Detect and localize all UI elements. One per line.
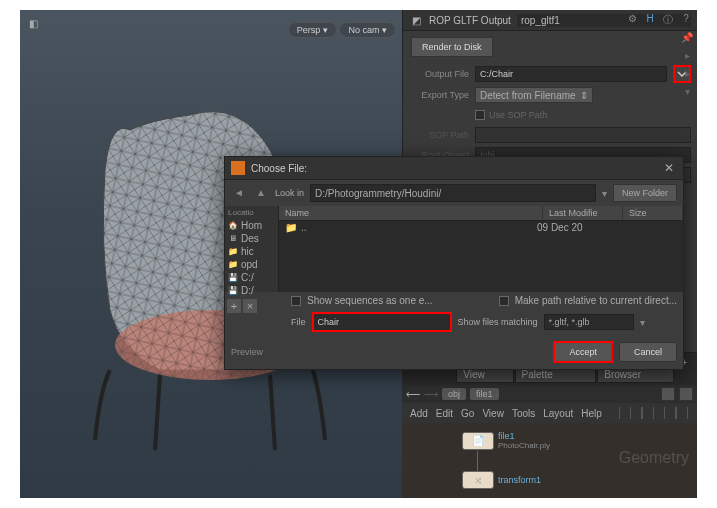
- camera-dropdown[interactable]: No cam ▾: [339, 22, 396, 38]
- drive-icon: 💾: [228, 273, 238, 283]
- network-panel: /obj/file1 Tree View Material Palette As…: [402, 352, 697, 498]
- locations-sidebar: Locatio 🏠Hom 🖥Des 📁hic 📁opd 💾C:/ 💾D:/ +×: [225, 206, 279, 292]
- close-icon[interactable]: ✕: [661, 161, 677, 175]
- use-sop-label: Use SOP Path: [489, 110, 547, 120]
- geometry-watermark: Geometry: [619, 449, 689, 467]
- node-file1-extra: PhotoChair.ply: [498, 441, 550, 450]
- toolbar-icon6[interactable]: [674, 406, 677, 420]
- network-icon1[interactable]: [661, 387, 675, 401]
- node-transform1[interactable]: ⤨ transform1: [462, 471, 541, 489]
- path-file1[interactable]: file1: [470, 388, 499, 400]
- menu-view[interactable]: View: [482, 408, 504, 419]
- desktop-icon: 🖥: [228, 234, 238, 244]
- look-in-label: Look in: [275, 188, 304, 198]
- add-location-button[interactable]: +: [227, 299, 241, 313]
- houdini-icon[interactable]: H: [643, 13, 657, 27]
- cancel-button[interactable]: Cancel: [619, 342, 677, 362]
- filter-label: Show files matching: [458, 317, 538, 327]
- preview-toggle[interactable]: Preview: [231, 347, 263, 357]
- path-obj[interactable]: obj: [442, 388, 466, 400]
- menu-add[interactable]: Add: [410, 408, 428, 419]
- col-name[interactable]: Name: [279, 206, 543, 220]
- render-to-disk-button[interactable]: Render to Disk: [411, 37, 493, 57]
- accept-button[interactable]: Accept: [553, 341, 613, 363]
- menu-go[interactable]: Go: [461, 408, 474, 419]
- toolbar-icon1[interactable]: [618, 406, 621, 420]
- new-folder-button[interactable]: New Folder: [613, 184, 677, 202]
- expand2-icon[interactable]: ▸: [681, 68, 693, 80]
- toolbar-icon2[interactable]: [629, 406, 632, 420]
- dialog-title: Choose File:: [251, 163, 655, 174]
- file-list[interactable]: Name Last Modifie Size 📁.. 09 Dec 20: [279, 206, 683, 292]
- filter-input[interactable]: [544, 314, 634, 330]
- export-type-select[interactable]: Detect from Filename⇕: [475, 87, 593, 103]
- folder-icon: 📁: [228, 247, 238, 257]
- col-date[interactable]: Last Modifie: [543, 206, 623, 220]
- node-type-label: ROP GLTF Output: [429, 15, 511, 26]
- node-type-icon: ◩: [409, 13, 423, 27]
- toolbar-icon3[interactable]: [640, 406, 643, 420]
- location-c-drive[interactable]: 💾C:/: [225, 271, 278, 284]
- node-file1[interactable]: 📄 file1 PhotoChair.ply: [462, 431, 550, 450]
- toolbar-icon5[interactable]: [663, 406, 666, 420]
- sop-path-label: SOP Path: [409, 130, 469, 140]
- look-in-field[interactable]: D:/Photogrammetry/Houdini/: [310, 184, 596, 202]
- location-desktop[interactable]: 🖥Des: [225, 232, 278, 245]
- filter-dropdown-icon[interactable]: ▾: [640, 317, 645, 328]
- file-dialog: Choose File: ✕ ◄ ▲ Look in D:/Photogramm…: [224, 156, 684, 370]
- gear-icon[interactable]: ⚙: [625, 13, 639, 27]
- output-file-label: Output File: [409, 69, 469, 79]
- nav-back-button[interactable]: ◄: [231, 185, 247, 201]
- file-input[interactable]: [312, 312, 452, 332]
- sequences-label: Show sequences as one e...: [307, 295, 433, 306]
- export-type-label: Export Type: [409, 90, 469, 100]
- menu-tools[interactable]: Tools: [512, 408, 535, 419]
- info-icon[interactable]: ⓘ: [661, 13, 675, 27]
- locations-header: Locatio: [225, 206, 278, 219]
- chevron-icon[interactable]: ▾: [681, 86, 693, 98]
- toolbar-icon7[interactable]: [686, 406, 689, 420]
- houdini-dialog-icon: [231, 161, 245, 175]
- node-transform1-label: transform1: [498, 475, 541, 485]
- param-header: ◩ ROP GLTF Output rop_gltf1 ⚙ H ⓘ ?: [403, 10, 697, 31]
- home-icon: 🏠: [228, 221, 238, 231]
- file-icon: 📄: [472, 435, 484, 446]
- nav-up-button[interactable]: ▲: [253, 185, 269, 201]
- persp-dropdown[interactable]: Persp ▾: [288, 22, 337, 38]
- location-opd[interactable]: 📁opd: [225, 258, 278, 271]
- nav-fwd-icon[interactable]: ⟶: [424, 389, 438, 400]
- output-file-field[interactable]: C:/Chair: [475, 66, 667, 82]
- nav-back-icon[interactable]: ⟵: [406, 389, 420, 400]
- col-size[interactable]: Size: [623, 206, 683, 220]
- use-sop-checkbox[interactable]: [475, 110, 485, 120]
- expand-icon[interactable]: ▸: [681, 50, 693, 62]
- menu-layout[interactable]: Layout: [543, 408, 573, 419]
- network-icon2[interactable]: [679, 387, 693, 401]
- help-icon[interactable]: ?: [679, 13, 693, 27]
- folder-icon: 📁: [228, 260, 238, 270]
- node-file1-label: file1: [498, 431, 550, 441]
- network-canvas[interactable]: Geometry 📄 file1 PhotoChair.ply ⤨ transf…: [402, 423, 697, 498]
- menu-edit[interactable]: Edit: [436, 408, 453, 419]
- toolbar-icon4[interactable]: [652, 406, 655, 420]
- pin-icon[interactable]: 📌: [681, 32, 693, 44]
- drive-icon: 💾: [228, 286, 238, 296]
- file-label: File: [291, 317, 306, 327]
- file-row-parent[interactable]: 📁.. 09 Dec 20: [279, 221, 683, 234]
- look-dropdown-icon[interactable]: ▾: [602, 188, 607, 199]
- location-d-drive[interactable]: 💾D:/: [225, 284, 278, 297]
- houdini-logo-icon: ◧: [26, 16, 40, 30]
- remove-location-button[interactable]: ×: [243, 299, 257, 313]
- sop-path-field: [475, 127, 691, 143]
- sequences-checkbox[interactable]: [291, 296, 301, 306]
- location-home[interactable]: 🏠Hom: [225, 219, 278, 232]
- relative-checkbox[interactable]: [499, 296, 509, 306]
- menu-help[interactable]: Help: [581, 408, 602, 419]
- location-hic[interactable]: 📁hic: [225, 245, 278, 258]
- transform-icon: ⤨: [474, 475, 482, 486]
- folder-up-icon: 📁: [285, 222, 297, 233]
- relative-label: Make path relative to current direct...: [515, 295, 677, 306]
